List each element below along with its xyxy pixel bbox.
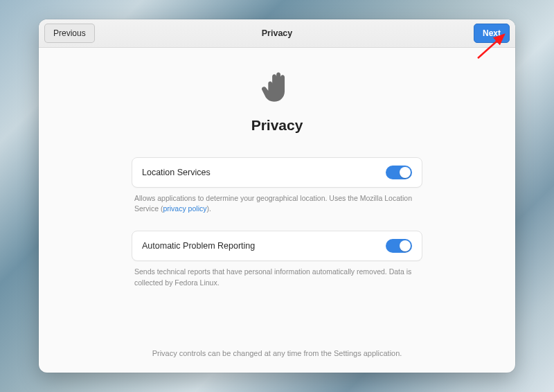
previous-button[interactable]: Previous [44,24,95,43]
headerbar-title: Privacy [39,28,515,38]
initial-setup-window: Previous Privacy Next Privacy Location S… [39,19,515,373]
privacy-policy-link[interactable]: privacy policy [163,204,206,213]
content-area: Privacy Location Services Allows applica… [39,48,515,373]
location-services-group: Location Services Allows applications to… [132,157,422,214]
problem-reporting-label: Automatic Problem Reporting [142,241,255,251]
privacy-hand-icon [257,67,297,110]
location-services-row[interactable]: Location Services [132,157,422,188]
location-services-switch[interactable] [386,166,412,179]
page-title: Privacy [251,117,303,134]
problem-reporting-group: Automatic Problem Reporting Sends techni… [132,231,422,287]
next-button[interactable]: Next [474,24,510,43]
problem-reporting-description: Sends technical reports that have person… [134,267,420,287]
problem-reporting-switch[interactable] [386,239,412,253]
location-services-label: Location Services [142,168,211,177]
problem-reporting-row[interactable]: Automatic Problem Reporting [132,231,422,261]
location-services-description: Allows applications to determine your ge… [134,193,420,214]
headerbar: Previous Privacy Next [39,19,515,48]
footer-note: Privacy controls can be changed at any t… [39,349,515,357]
